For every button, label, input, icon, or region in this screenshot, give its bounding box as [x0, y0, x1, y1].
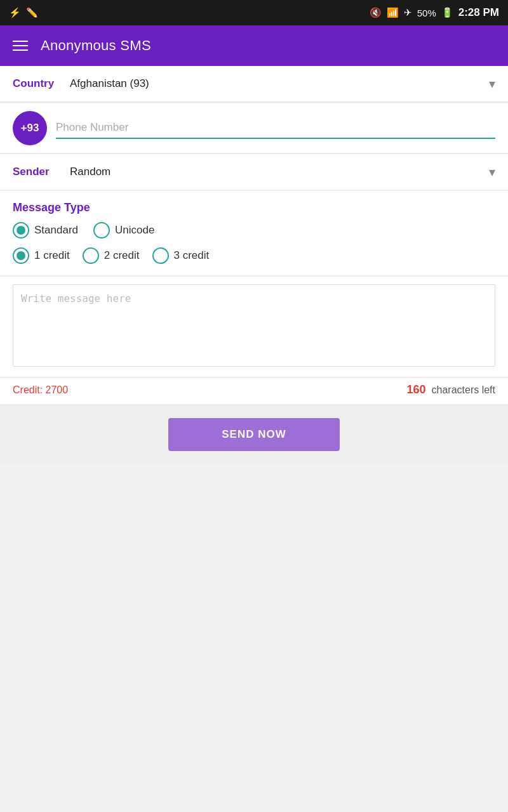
sender-dropdown-arrow[interactable]: ▾: [489, 164, 495, 180]
radio-2credit[interactable]: 2 credit: [83, 247, 140, 264]
usb-icon: ⚡: [9, 7, 21, 18]
radio-1credit-inner: [17, 251, 25, 260]
country-label: Country: [13, 77, 70, 90]
radio-2credit-label: 2 credit: [104, 249, 140, 262]
radio-standard-label: Standard: [34, 224, 78, 237]
credit-text: Credit: 2700: [13, 384, 68, 396]
airplane-icon: ✈: [404, 7, 412, 18]
radio-unicode-outer[interactable]: [93, 222, 110, 239]
chars-left: 160 characters left: [407, 383, 495, 396]
chars-number: 160: [407, 383, 426, 396]
send-section: SEND NOW: [0, 405, 508, 464]
message-type-radio-group: Standard Unicode: [13, 222, 495, 239]
country-dropdown-arrow[interactable]: ▾: [489, 76, 495, 91]
menu-button[interactable]: [13, 41, 28, 51]
radio-standard[interactable]: Standard: [13, 222, 78, 239]
radio-1credit-outer[interactable]: [13, 247, 29, 264]
message-textarea[interactable]: [13, 284, 495, 367]
app-bar: Anonymous SMS: [0, 25, 508, 66]
sender-value: Random: [70, 166, 489, 178]
radio-3credit-label: 3 credit: [174, 249, 210, 262]
info-row: Credit: 2700 160 characters left: [0, 378, 508, 404]
country-row[interactable]: Country Afghanistan (93) ▾: [0, 66, 508, 102]
wifi-icon: 📶: [387, 7, 399, 18]
battery-icon: 🔋: [441, 7, 453, 18]
radio-standard-outer[interactable]: [13, 222, 29, 239]
radio-unicode[interactable]: Unicode: [93, 222, 154, 239]
status-bar: ⚡ ✏️ 🔇 📶 ✈ 50% 🔋 2:28 PM: [0, 0, 508, 25]
status-time: 2:28 PM: [458, 6, 499, 19]
chars-label: characters left: [432, 384, 495, 395]
radio-3credit[interactable]: 3 credit: [152, 247, 210, 264]
message-type-title: Message Type: [13, 201, 495, 214]
sender-label: Sender: [13, 166, 70, 178]
message-type-section: Message Type Standard Unicode 1 credit: [0, 191, 508, 275]
mute-icon: 🔇: [370, 7, 382, 18]
message-section: [0, 277, 508, 377]
sender-row[interactable]: Sender Random ▾: [0, 154, 508, 190]
credit-radio-group: 1 credit 2 credit 3 credit: [13, 247, 495, 264]
status-left-icons: ⚡ ✏️: [9, 7, 38, 18]
country-value: Afghanistan (93): [70, 77, 489, 90]
edit-icon: ✏️: [26, 7, 38, 18]
battery-text: 50%: [417, 8, 436, 18]
radio-standard-inner: [17, 226, 25, 235]
radio-unicode-label: Unicode: [115, 224, 154, 237]
radio-3credit-outer[interactable]: [152, 247, 169, 264]
phone-row: +93: [0, 103, 508, 153]
radio-1credit[interactable]: 1 credit: [13, 247, 70, 264]
radio-1credit-label: 1 credit: [34, 249, 70, 262]
phone-input[interactable]: [56, 117, 495, 139]
app-title: Anonymous SMS: [41, 37, 151, 54]
status-right-icons: 🔇 📶 ✈ 50% 🔋 2:28 PM: [370, 6, 499, 19]
main-content: Country Afghanistan (93) ▾ +93 Sender Ra…: [0, 66, 508, 464]
send-button[interactable]: SEND NOW: [168, 418, 340, 451]
country-code-badge: +93: [13, 111, 47, 145]
radio-2credit-outer[interactable]: [83, 247, 99, 264]
